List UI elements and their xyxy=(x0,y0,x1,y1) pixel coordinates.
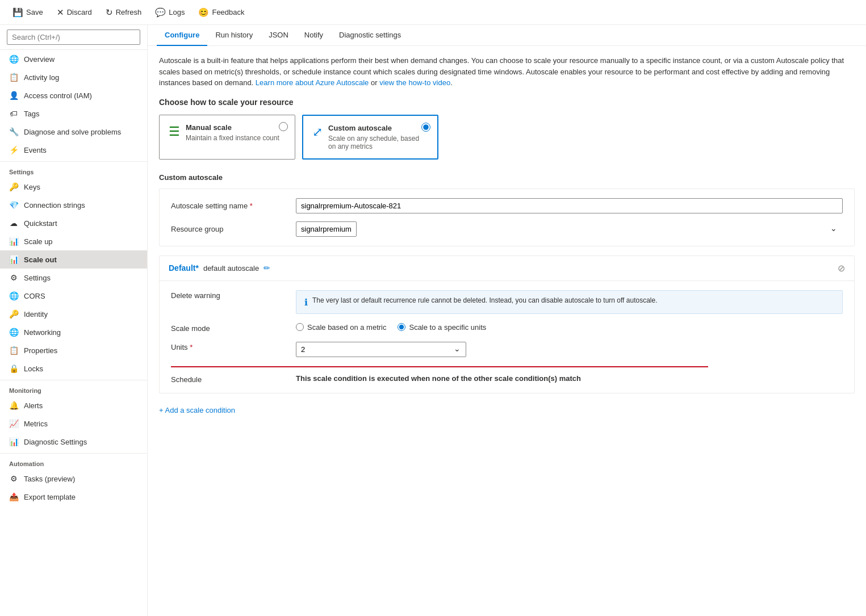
alerts-icon: 🔔 xyxy=(9,401,18,410)
custom-autoscale-card[interactable]: ⤢ Custom autoscale Scale on any schedule… xyxy=(302,115,438,160)
manual-scale-icon: ☰ xyxy=(169,124,180,139)
delete-warning-info: ℹ The very last or default recurrence ru… xyxy=(296,290,843,314)
sidebar-item-events[interactable]: ⚡ Events xyxy=(0,141,147,159)
autoscale-name-label: Autoscale setting name * xyxy=(171,202,296,210)
units-select-wrapper: 2 xyxy=(296,342,466,357)
how-to-video-link[interactable]: view the how-to video xyxy=(379,78,450,87)
feedback-button[interactable]: 😊 Feedback xyxy=(193,5,250,20)
section-title: Choose how to scale your resource xyxy=(159,98,855,107)
resource-group-select[interactable]: signalrpremium xyxy=(296,221,357,237)
scale-mode-radio-group: Scale based on a metric Scale to a speci… xyxy=(296,323,843,332)
scale-out-icon: 📊 xyxy=(9,255,18,264)
sidebar-item-scale-up[interactable]: 📊 Scale up xyxy=(0,232,147,250)
sidebar-item-tasks[interactable]: ⚙ Tasks (preview) xyxy=(0,470,147,488)
tab-json[interactable]: JSON xyxy=(261,25,296,46)
tabs-bar: Configure Run history JSON Notify Diagno… xyxy=(148,25,866,46)
units-label: Units * xyxy=(171,342,296,351)
sidebar-item-diagnose[interactable]: 🔧 Diagnose and solve problems xyxy=(0,123,147,141)
sidebar-item-settings[interactable]: ⚙ Settings xyxy=(0,269,147,287)
scale-units-option[interactable]: Scale to a specific units xyxy=(398,323,486,332)
default-sub-label: default autoscale xyxy=(203,264,259,273)
sidebar-item-diagnostic-settings[interactable]: 📊 Diagnostic Settings xyxy=(0,433,147,451)
sidebar-item-networking[interactable]: 🌐 Networking xyxy=(0,323,147,341)
delete-icon[interactable]: ⊘ xyxy=(838,263,845,274)
autoscale-name-input[interactable] xyxy=(296,198,843,213)
sidebar-item-scale-out[interactable]: 📊 Scale out xyxy=(0,250,147,269)
sidebar-item-properties[interactable]: 📋 Properties xyxy=(0,341,147,359)
metrics-icon: 📈 xyxy=(9,419,18,428)
logs-button[interactable]: 💬 Logs xyxy=(149,5,190,20)
refresh-button[interactable]: ↻ Refresh xyxy=(100,5,148,20)
networking-icon: 🌐 xyxy=(9,328,18,337)
edit-icon[interactable]: ✏ xyxy=(263,263,270,273)
monitoring-section-label: Monitoring xyxy=(0,380,147,396)
default-label: Default* xyxy=(169,263,199,273)
diagnostic-settings-icon: 📊 xyxy=(9,437,18,446)
scale-metric-option[interactable]: Scale based on a metric xyxy=(296,323,386,332)
locks-icon: 🔒 xyxy=(9,364,18,373)
scale-metric-radio[interactable] xyxy=(296,323,304,331)
logs-icon: 💬 xyxy=(155,7,166,18)
sidebar-item-access-control[interactable]: 👤 Access control (IAM) xyxy=(0,86,147,104)
resource-group-select-wrapper: signalrpremium xyxy=(296,221,843,237)
settings-section-label: Settings xyxy=(0,161,147,178)
tab-run-history[interactable]: Run history xyxy=(207,25,261,46)
default-block-body: Delete warning ℹ The very last or defaul… xyxy=(160,281,854,393)
units-select[interactable]: 2 xyxy=(296,342,466,357)
feedback-icon: 😊 xyxy=(198,7,209,18)
default-autoscale-block: Default* default autoscale ✏ ⊘ Delete wa… xyxy=(159,255,855,393)
tab-configure[interactable]: Configure xyxy=(157,25,207,46)
info-icon: ℹ xyxy=(304,297,308,308)
sidebar-item-export-template[interactable]: 📤 Export template xyxy=(0,488,147,506)
tags-icon: 🏷 xyxy=(9,109,18,118)
search-input[interactable] xyxy=(7,30,140,45)
tab-diagnostic-settings[interactable]: Diagnostic settings xyxy=(331,25,409,46)
schedule-row: Schedule This scale condition is execute… xyxy=(171,374,843,384)
save-button[interactable]: 💾 Save xyxy=(7,5,49,20)
scale-mode-label: Scale mode xyxy=(171,323,296,333)
autoscale-name-row: Autoscale setting name * xyxy=(171,198,843,213)
sidebar-item-alerts[interactable]: 🔔 Alerts xyxy=(0,396,147,414)
custom-autoscale-title: Custom autoscale xyxy=(328,124,428,132)
manual-scale-radio[interactable] xyxy=(279,122,288,131)
default-block-header: Default* default autoscale ✏ ⊘ xyxy=(160,256,854,281)
autoscale-form: Autoscale setting name * Resource group … xyxy=(159,188,855,246)
sidebar-item-identity[interactable]: 🔑 Identity xyxy=(0,305,147,323)
custom-autoscale-radio[interactable] xyxy=(421,123,430,132)
connection-strings-icon: 💎 xyxy=(9,200,18,209)
sidebar-item-locks[interactable]: 🔒 Locks xyxy=(0,359,147,378)
sidebar-item-activity-log[interactable]: 📋 Activity log xyxy=(0,68,147,86)
search-container xyxy=(0,25,147,50)
sidebar-item-connection-strings[interactable]: 💎 Connection strings xyxy=(0,196,147,214)
discard-button[interactable]: ✕ Discard xyxy=(51,5,98,20)
schedule-label: Schedule xyxy=(171,374,296,384)
sidebar-item-keys[interactable]: 🔑 Keys xyxy=(0,178,147,196)
units-row: Units * 2 xyxy=(171,342,843,357)
learn-more-link[interactable]: Learn more about Azure Autoscale xyxy=(256,78,369,87)
discard-icon: ✕ xyxy=(57,7,64,18)
manual-scale-desc: Maintain a fixed instance count xyxy=(186,134,279,142)
scale-units-radio[interactable] xyxy=(398,323,405,331)
sidebar: 🌐 Overview 📋 Activity log 👤 Access contr… xyxy=(0,25,148,616)
manual-scale-card[interactable]: ☰ Manual scale Maintain a fixed instance… xyxy=(159,115,295,160)
cors-icon: 🌐 xyxy=(9,291,18,300)
sidebar-item-overview[interactable]: 🌐 Overview xyxy=(0,50,147,68)
sidebar-item-metrics[interactable]: 📈 Metrics xyxy=(0,414,147,433)
scale-up-icon: 📊 xyxy=(9,237,18,246)
automation-section-label: Automation xyxy=(0,453,147,470)
sidebar-item-quickstart[interactable]: ☁ Quickstart xyxy=(0,214,147,232)
scale-cards: ☰ Manual scale Maintain a fixed instance… xyxy=(159,115,855,160)
delete-warning-label: Delete warning xyxy=(171,290,296,300)
delete-warning-row: Delete warning ℹ The very last or defaul… xyxy=(171,290,843,314)
manual-scale-title: Manual scale xyxy=(186,123,279,132)
sidebar-item-tags[interactable]: 🏷 Tags xyxy=(0,104,147,123)
settings-icon: ⚙ xyxy=(9,273,18,282)
sidebar-item-cors[interactable]: 🌐 CORS xyxy=(0,287,147,305)
add-scale-condition-button[interactable]: + Add a scale condition xyxy=(159,403,855,418)
diagnose-icon: 🔧 xyxy=(9,127,18,136)
resource-group-row: Resource group signalrpremium xyxy=(171,221,843,237)
tab-notify[interactable]: Notify xyxy=(296,25,331,46)
resource-group-label: Resource group xyxy=(171,225,296,233)
page-content: Autoscale is a built-in feature that hel… xyxy=(148,46,866,616)
custom-autoscale-desc: Scale on any schedule, based on any metr… xyxy=(328,135,428,150)
